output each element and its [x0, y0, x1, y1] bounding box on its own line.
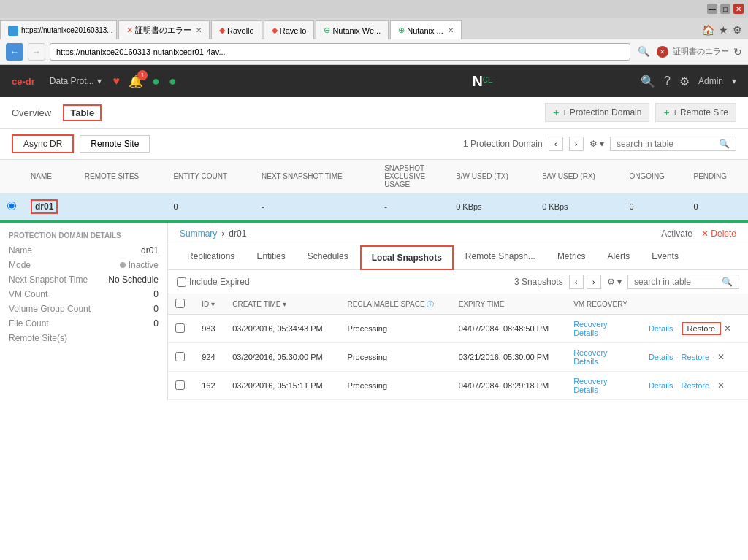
- sth-expiry[interactable]: EXPIRY TIME: [451, 294, 566, 315]
- srow-checkbox-162[interactable]: [168, 372, 194, 400]
- tab-local-snapshots[interactable]: Local Snapshots: [360, 245, 454, 270]
- snapshot-prev-button[interactable]: ‹: [569, 275, 584, 289]
- tab-entities[interactable]: Entities: [246, 245, 295, 269]
- snapshot-search-icon[interactable]: 🔍: [722, 277, 733, 287]
- details-link-162[interactable]: Details: [573, 386, 598, 394]
- tab-ravello1[interactable]: ◆ Ravello: [211, 20, 262, 39]
- remote-site-nav-button[interactable]: Remote Site: [80, 135, 150, 153]
- tab-active-close-icon[interactable]: ✕: [448, 26, 454, 34]
- delete-action-162[interactable]: ✕: [717, 380, 725, 391]
- forward-button[interactable]: →: [28, 43, 45, 61]
- async-dr-button[interactable]: Async DR: [12, 134, 74, 153]
- th-remote-sites[interactable]: REMOTE SITES: [77, 160, 167, 193]
- tab-events[interactable]: Events: [641, 245, 689, 269]
- tab-nutanixce[interactable]: https://nutanixce20160313...: [0, 20, 117, 39]
- maximize-button[interactable]: □: [720, 4, 730, 14]
- details-link-983[interactable]: Details: [573, 329, 598, 337]
- table-row[interactable]: dr01 0 - - 0 KBps 0 KBps 0 0: [0, 193, 748, 220]
- gear-header-icon[interactable]: ⚙: [679, 74, 690, 88]
- th-pending[interactable]: PENDING: [687, 160, 748, 193]
- restore-action-924[interactable]: Restore: [682, 353, 710, 361]
- right-panel: Summary › dr01 Activate ✕ Delete Replica…: [168, 223, 748, 400]
- nav-item-overview[interactable]: Overview: [12, 107, 51, 118]
- details-action-983[interactable]: Details: [649, 324, 673, 333]
- help-icon[interactable]: ?: [664, 74, 671, 88]
- table-search-icon[interactable]: 🔍: [719, 139, 730, 149]
- row-check-924[interactable]: [175, 352, 185, 361]
- bell-icon[interactable]: 🔔1: [129, 74, 143, 88]
- tab-nutanix-we[interactable]: ⊕ Nutanix We...: [316, 20, 389, 39]
- snapshot-settings-icon[interactable]: ⚙ ▾: [607, 277, 622, 287]
- minimize-button[interactable]: —: [707, 4, 717, 14]
- th-ongoing[interactable]: ONGOING: [622, 160, 687, 193]
- star-icon[interactable]: ★: [719, 24, 728, 36]
- tab-metrics[interactable]: Metrics: [547, 245, 596, 269]
- tab-alerts[interactable]: Alerts: [598, 245, 641, 269]
- th-bw-rx[interactable]: B/W USED (RX): [535, 160, 622, 193]
- srow-checkbox-983[interactable]: [168, 315, 194, 343]
- details-action-162[interactable]: Details: [649, 381, 673, 390]
- table-search-input[interactable]: [617, 139, 719, 149]
- prev-page-button[interactable]: ‹: [549, 137, 563, 151]
- breadcrumb-summary-link[interactable]: Summary: [180, 229, 217, 239]
- recovery-link-983[interactable]: Recovery: [573, 320, 607, 329]
- details-action-924[interactable]: Details: [649, 353, 673, 361]
- tab-ravello2[interactable]: ◆ Ravello: [264, 20, 315, 39]
- close-button[interactable]: ✕: [733, 4, 744, 14]
- notification-badge: 1: [137, 70, 148, 80]
- status-icon-green2[interactable]: ●: [169, 74, 177, 89]
- protection-domain-button[interactable]: + Protection Domain: [545, 103, 649, 122]
- home-icon[interactable]: 🏠: [702, 24, 714, 36]
- tab-close-icon[interactable]: ✕: [196, 26, 202, 34]
- tab-schedules[interactable]: Schedules: [297, 245, 359, 269]
- next-page-button[interactable]: ›: [569, 137, 584, 151]
- reload-button[interactable]: ↻: [733, 46, 742, 58]
- restore-action-983[interactable]: Restore: [682, 322, 722, 335]
- srow-checkbox-924[interactable]: [168, 343, 194, 372]
- row-radio-input[interactable]: [7, 202, 16, 210]
- row-check-983[interactable]: [175, 323, 185, 333]
- row-check-162[interactable]: [175, 380, 185, 390]
- url-input[interactable]: [50, 43, 630, 61]
- sth-create-time[interactable]: CREATE TIME ▾: [225, 294, 340, 315]
- snapshot-row-162[interactable]: 162 03/20/2016, 05:15:11 PM Processing 0…: [168, 372, 748, 400]
- admin-label[interactable]: Admin: [698, 76, 723, 86]
- url-search-button[interactable]: 🔍: [635, 43, 652, 61]
- delete-action-983[interactable]: ✕: [724, 323, 731, 334]
- status-icon-green[interactable]: ●: [152, 74, 160, 89]
- admin-dropdown-icon[interactable]: ▾: [732, 76, 736, 86]
- include-expired-checkbox[interactable]: [177, 277, 186, 287]
- nav-item-table[interactable]: Table: [63, 104, 102, 121]
- sth-reclaimable[interactable]: RECLAIMABLE SPACE ⓘ: [340, 294, 451, 315]
- th-name[interactable]: NAME: [23, 160, 77, 193]
- nav-data-prot[interactable]: Data Prot... ▾: [50, 76, 102, 86]
- remote-site-button[interactable]: + Remote Site: [655, 103, 736, 122]
- snapshot-row-983[interactable]: 983 03/20/2016, 05:34:43 PM Processing 0…: [168, 315, 748, 343]
- tab-nutanix-active[interactable]: ⊕ Nutanix ... ✕: [390, 20, 462, 39]
- delete-button[interactable]: ✕ Delete: [701, 229, 736, 239]
- snapshot-next-button[interactable]: ›: [587, 275, 601, 289]
- th-bw-tx[interactable]: B/W USED (TX): [449, 160, 535, 193]
- sth-id[interactable]: ID ▾: [194, 294, 225, 315]
- search-header-icon[interactable]: 🔍: [641, 74, 655, 88]
- th-next-snapshot[interactable]: NEXT SNAPSHOT TIME: [254, 160, 377, 193]
- heart-icon[interactable]: ♥: [113, 74, 121, 88]
- table-settings-icon[interactable]: ⚙ ▾: [589, 139, 604, 149]
- th-entity-count[interactable]: ENTITY COUNT: [166, 160, 254, 193]
- snapshot-row-924[interactable]: 924 03/20/2016, 05:30:00 PM Processing 0…: [168, 343, 748, 372]
- recovery-link-162[interactable]: Recovery: [573, 377, 607, 386]
- back-button[interactable]: ←: [6, 43, 23, 61]
- restore-action-162[interactable]: Restore: [682, 381, 710, 390]
- tab-error[interactable]: ✕ 証明書のエラー ✕: [118, 20, 210, 39]
- th-snapshot-exclusive[interactable]: SNAPSHOTEXCLUSIVEUSAGE: [377, 160, 449, 193]
- tab-replications[interactable]: Replications: [177, 245, 245, 269]
- select-all-checkbox[interactable]: [175, 299, 185, 308]
- tab-remote-snapshots[interactable]: Remote Snapsh...: [455, 245, 546, 269]
- settings-icon[interactable]: ⚙: [733, 24, 742, 36]
- row-radio-cell[interactable]: [0, 193, 23, 220]
- recovery-link-924[interactable]: Recovery: [573, 348, 607, 357]
- details-link-924[interactable]: Details: [573, 357, 598, 366]
- delete-action-924[interactable]: ✕: [717, 352, 725, 362]
- activate-button[interactable]: Activate: [661, 229, 692, 239]
- snapshot-search-input[interactable]: [634, 277, 722, 287]
